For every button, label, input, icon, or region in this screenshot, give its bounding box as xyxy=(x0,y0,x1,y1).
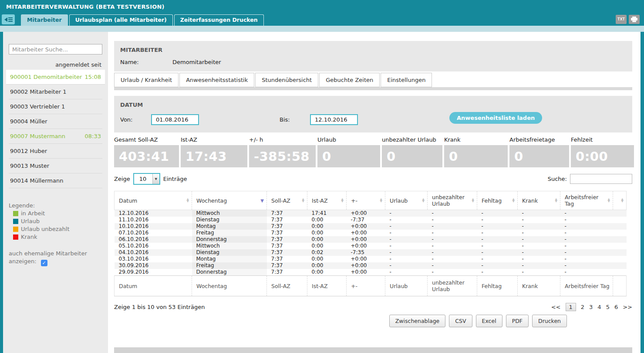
employee-header-panel: MITARBEITER Name: Demomitarbeiter xyxy=(114,41,632,71)
employee-list-item[interactable]: 90007 Mustermann08:33 xyxy=(9,129,102,144)
cell-ist-az: 0:02 xyxy=(307,249,347,256)
subtab-gebuchte-zeiten[interactable]: Gebuchte Zeiten xyxy=(319,73,380,87)
cell-unbezahlter-urlaub: - xyxy=(428,236,477,243)
subtab-anwesenheitsstatistik[interactable]: Anwesenheitsstatistik xyxy=(179,73,254,87)
pagination-page-4[interactable]: 4 xyxy=(597,304,601,310)
header-divider-strip xyxy=(0,26,644,32)
cell-datum: 29.09.2016 xyxy=(115,269,192,276)
cell-urlaub: - xyxy=(385,256,428,262)
page-size-select[interactable]: 10 ▼ xyxy=(133,173,160,185)
table-row[interactable]: 11.10.2016Dienstag7:370:00-7:37----- xyxy=(115,217,627,223)
employee-list-item[interactable]: 90004 Müller xyxy=(9,114,102,129)
pagination-prev[interactable]: << xyxy=(551,304,561,310)
cell-krank: - xyxy=(518,236,560,243)
former-employees-checkbox[interactable]: ✓ xyxy=(41,260,47,266)
cell-krank: - xyxy=(518,217,560,223)
sort-icons: ▲▼ xyxy=(555,198,557,203)
column-label: Krank xyxy=(522,197,538,204)
table-row[interactable]: 06.10.2016Donnerstag7:370:00+0:00----- xyxy=(115,236,627,243)
export-drucken-button[interactable]: Drucken xyxy=(532,315,567,327)
employee-list-item[interactable]: 90002 Mitarbeiter 1 xyxy=(9,85,102,99)
tab-mitarbeiter[interactable]: Mitarbeiter xyxy=(21,14,68,26)
legend-swatch-icon xyxy=(13,219,18,224)
legend-item-krank: Krank xyxy=(13,234,102,240)
column-header-[interactable]: +-▲▼ xyxy=(347,191,385,210)
cell-urlaub: - xyxy=(385,223,428,230)
load-attendance-button[interactable]: Anwesenheitsliste laden xyxy=(449,112,542,124)
cell-soll-az: 7:37 xyxy=(267,230,307,236)
table-search-input[interactable] xyxy=(570,174,632,184)
txt-export-icon[interactable]: TXT xyxy=(616,15,627,24)
menu-bars-icon xyxy=(8,17,13,22)
subtab-stundenübersicht[interactable]: Stundenübersicht xyxy=(255,73,318,87)
table-row[interactable]: 30.09.2016Freitag7:370:00+0:00----- xyxy=(115,262,627,269)
cell-fehltag: - xyxy=(477,217,518,223)
pagination-page-3[interactable]: 3 xyxy=(589,304,593,310)
cell-arbeitsfreier-tag: - xyxy=(560,262,613,269)
cell-datum: 05.10.2016 xyxy=(115,243,192,249)
employee-search-input[interactable] xyxy=(9,44,102,54)
employee-name: 90003 Vertriebler 1 xyxy=(10,103,65,110)
column-header-urlaub[interactable]: Urlaub▲▼ xyxy=(385,191,428,210)
cell-wochentag: Donnerstag xyxy=(192,269,267,276)
printer-icon[interactable] xyxy=(629,15,640,24)
collapse-sidebar-button[interactable] xyxy=(2,14,15,24)
column-header-ist-az[interactable]: Ist-AZ▲▼ xyxy=(307,191,347,210)
stat-h: +/- h-385:58 xyxy=(249,136,316,167)
stat-label: Gesamt Soll-AZ xyxy=(114,136,179,145)
tab-zeiterfassungen-drucken[interactable]: Zeiterfassungen Drucken xyxy=(174,14,264,26)
export-zwischenablage-button[interactable]: Zwischenablage xyxy=(389,315,446,327)
table-row[interactable]: 07.10.2016Freitag7:370:00+0:00----- xyxy=(115,230,627,236)
export-csv-button[interactable]: CSV xyxy=(449,315,472,327)
cell-arbeitsfreier-tag: - xyxy=(560,249,613,256)
export-excel-button[interactable]: Excel xyxy=(476,315,502,327)
column-header-krank[interactable]: Krank▲▼ xyxy=(518,191,560,210)
pagination-page-6[interactable]: 6 xyxy=(614,304,618,310)
table-row[interactable]: 05.10.2016Mittwoch7:370:00+0:00----- xyxy=(115,243,627,249)
cell-extra xyxy=(613,249,627,256)
legend-item-urlaub-unbezahlt: Urlaub unbezahlt xyxy=(13,226,102,232)
subtab-einstellungen[interactable]: Einstellungen xyxy=(381,73,432,87)
column-header-datum[interactable]: Datum▲▼ xyxy=(115,191,192,210)
tab-urlaubsplan-alle-mitarbeiter[interactable]: Urlaubsplan (alle Mitarbeiter) xyxy=(69,14,173,26)
employee-list-item[interactable]: 90012 Huber xyxy=(9,144,102,159)
column-header-unbezahlter-urlaub[interactable]: unbezahlter Urlaub▲▼ xyxy=(428,191,477,210)
table-row[interactable]: 04.10.2016Dienstag7:370:02-7:35----- xyxy=(115,249,627,256)
table-row[interactable]: 10.10.2016Montag7:370:00+0:00----- xyxy=(115,223,627,230)
table-header-row: Datum▲▼Wochentag▼Soll-AZ▲▼Ist-AZ▲▼+-▲▼Ur… xyxy=(115,191,627,210)
table-row[interactable]: 03.10.2016Montag7:370:00+0:00----- xyxy=(115,256,627,262)
pagination-page-5[interactable]: 5 xyxy=(606,304,610,310)
date-to-input[interactable] xyxy=(310,114,358,125)
column-header-wochentag[interactable]: Wochentag▼ xyxy=(192,191,267,210)
export-pdf-button[interactable]: PDF xyxy=(506,315,529,327)
cell-: +0:00 xyxy=(347,262,385,269)
column-header-fehltag[interactable]: Fehltag▲▼ xyxy=(477,191,518,210)
column-header-arbeitsfreier-tag[interactable]: Arbeitsfreier Tag▲▼ xyxy=(560,191,613,210)
employee-list-item[interactable]: 90003 Vertriebler 1 xyxy=(9,99,102,114)
cell-unbezahlter-urlaub: - xyxy=(428,262,477,269)
cell-datum: 03.10.2016 xyxy=(115,256,192,262)
column-label: Datum xyxy=(119,197,137,204)
employee-name: 90012 Huber xyxy=(10,148,47,154)
cell-arbeitsfreier-tag: - xyxy=(560,217,613,223)
employee-list-item[interactable]: 900001 Demomitarbeiter15:08 xyxy=(6,70,105,85)
cell-krank: - xyxy=(518,210,560,217)
employee-list-item[interactable]: 90014 Müllermann xyxy=(9,173,102,188)
table-row[interactable]: 12.10.2016Mittwoch7:3717:41+0:00----- xyxy=(115,210,627,217)
employee-list-item[interactable]: 90013 Muster xyxy=(9,159,102,173)
stat-ist-az: Ist-AZ17:43 xyxy=(181,136,247,167)
cell-unbezahlter-urlaub: - xyxy=(428,256,477,262)
cell-soll-az: 7:37 xyxy=(267,223,307,230)
pagination-page-1[interactable]: 1 xyxy=(566,303,576,311)
pagination-next[interactable]: >> xyxy=(623,304,632,310)
footer-column-extra xyxy=(613,276,627,296)
subtab-urlaub-krankheit[interactable]: Urlaub / Krankheit xyxy=(114,73,179,87)
date-from-input[interactable] xyxy=(151,114,199,125)
table-row[interactable]: 29.09.2016Donnerstag7:370:00+0:00----- xyxy=(115,269,627,276)
column-header-soll-az[interactable]: Soll-AZ▲▼ xyxy=(267,191,307,210)
column-header-extra[interactable]: ▲▼ xyxy=(613,191,627,210)
cell-urlaub: - xyxy=(385,210,428,217)
pagination-page-2[interactable]: 2 xyxy=(581,304,584,310)
cell-: +0:00 xyxy=(347,230,385,236)
stat-value: 0 xyxy=(509,145,569,167)
